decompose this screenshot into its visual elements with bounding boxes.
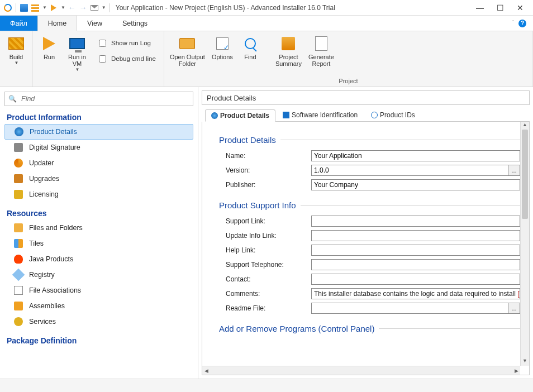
- tab-product-details[interactable]: Product Details: [205, 109, 275, 122]
- scroll-down-icon[interactable]: ▼: [521, 358, 529, 366]
- chevron-down-icon[interactable]: ▼: [102, 5, 106, 10]
- nav-java[interactable]: Java Products: [4, 251, 193, 267]
- quick-access-toolbar: ▼ ▼ ← → ▼: [3, 3, 111, 12]
- open-output-button[interactable]: Open Output Folder: [168, 34, 207, 68]
- find-input[interactable]: [20, 94, 189, 103]
- support-link-input[interactable]: [311, 216, 520, 227]
- options-label: Options: [212, 54, 233, 60]
- vm-icon: [68, 35, 86, 52]
- registry-icon: [13, 270, 23, 280]
- nav-assemblies[interactable]: Assemblies: [4, 298, 193, 314]
- chevron-down-icon[interactable]: ▼: [75, 67, 80, 72]
- checkbox[interactable]: [99, 55, 106, 63]
- show-run-log-checkbox[interactable]: Show run Log: [97, 37, 156, 49]
- scroll-right-icon[interactable]: ▶: [512, 366, 520, 375]
- nav-services[interactable]: Services: [4, 314, 193, 329]
- body: 🔍 Product Information Product Details Di…: [0, 87, 533, 379]
- summary-icon: [279, 35, 297, 52]
- summary-label: Project Summary: [275, 54, 302, 67]
- contact-input[interactable]: [311, 274, 520, 285]
- find-button[interactable]: Find: [237, 34, 263, 61]
- status-bar: [0, 379, 533, 392]
- nav-upgrades[interactable]: Upgrades: [4, 171, 193, 187]
- tab-software-id[interactable]: Software Identification: [277, 109, 364, 121]
- nav-digital-signature[interactable]: Digital Signature: [4, 140, 193, 155]
- summary-button[interactable]: Project Summary: [273, 34, 304, 68]
- ribbon-group-label: Project: [168, 78, 529, 85]
- checkbox[interactable]: [99, 40, 106, 47]
- form-area-wrap: Product Details Name: Version: … Publish…: [202, 122, 530, 375]
- report-button[interactable]: Generate Report: [306, 34, 336, 68]
- ribbon-collapse-icon[interactable]: ˆ: [512, 20, 514, 26]
- options-icon: [213, 35, 231, 52]
- menu-home[interactable]: Home: [37, 16, 77, 31]
- row-contact: Contact:: [219, 274, 520, 285]
- run-vm-button[interactable]: Run in VM ▼: [64, 34, 90, 73]
- folder-icon: [13, 223, 23, 233]
- chevron-down-icon[interactable]: ▼: [42, 5, 47, 10]
- version-browse-button[interactable]: …: [508, 165, 520, 176]
- row-telephone: Support Telephone:: [219, 259, 520, 270]
- row-version: Version: …: [219, 165, 520, 176]
- help-icon[interactable]: ?: [518, 20, 526, 27]
- signature-icon: [13, 142, 23, 152]
- publisher-input[interactable]: [311, 179, 520, 190]
- menu-file[interactable]: Файл: [0, 16, 37, 31]
- run-quick-icon[interactable]: [49, 3, 58, 12]
- nav-product-details[interactable]: Product Details: [4, 124, 193, 140]
- comments-label: Comments:: [219, 290, 311, 298]
- telephone-input[interactable]: [311, 259, 520, 270]
- nav-tiles[interactable]: Tiles: [4, 236, 193, 251]
- options-button[interactable]: Options: [210, 34, 235, 61]
- debug-cmd-checkbox[interactable]: Debug cmd line: [97, 52, 156, 65]
- id-icon: [371, 112, 378, 118]
- close-button[interactable]: ✕: [515, 3, 525, 12]
- mail-icon[interactable]: [90, 3, 99, 12]
- build-button[interactable]: Build ▼: [3, 34, 29, 66]
- vertical-scrollbar[interactable]: ▲ ▼: [520, 122, 529, 366]
- run-icon: [40, 35, 58, 52]
- nav-licensing[interactable]: Licensing: [4, 187, 193, 202]
- nav-registry[interactable]: Registry: [4, 267, 193, 283]
- horizontal-scrollbar[interactable]: ◀ ▶: [202, 366, 520, 375]
- scroll-up-icon[interactable]: ▲: [521, 122, 529, 130]
- ribbon: Build ▼ Run Run in VM ▼ Show run Log Deb…: [0, 31, 533, 87]
- save-icon[interactable]: [20, 3, 28, 12]
- help-link-input[interactable]: [311, 245, 520, 256]
- chevron-down-icon[interactable]: ▼: [15, 60, 19, 65]
- forward-icon[interactable]: →: [79, 3, 88, 12]
- help-link-label: Help Link:: [219, 246, 311, 254]
- tab-product-ids[interactable]: Product IDs: [365, 109, 421, 121]
- readme-input[interactable]: [311, 303, 508, 314]
- panel-header: Product Details: [202, 90, 530, 105]
- version-input[interactable]: [311, 165, 508, 176]
- run-button[interactable]: Run: [36, 34, 62, 61]
- report-label: Generate Report: [308, 54, 334, 67]
- menu-view[interactable]: View: [77, 16, 112, 31]
- readme-label: Readme File:: [219, 304, 311, 312]
- telephone-label: Support Telephone:: [219, 261, 311, 269]
- section-product-info: Product Information: [7, 113, 193, 122]
- scroll-thumb[interactable]: [522, 130, 528, 219]
- section-arp: Add or Remove Programs (Control Panel): [219, 324, 520, 333]
- menu-settings[interactable]: Settings: [112, 16, 158, 31]
- find-box[interactable]: 🔍: [4, 92, 193, 106]
- nav-updater[interactable]: Updater: [4, 155, 193, 171]
- product-details-icon: [14, 127, 24, 137]
- name-input[interactable]: [311, 150, 520, 161]
- section-resources: Resources: [7, 209, 193, 218]
- tiles-icon: [13, 238, 23, 248]
- maximize-button[interactable]: ☐: [495, 3, 505, 12]
- minimize-button[interactable]: —: [475, 3, 485, 12]
- nav-files-folders[interactable]: Files and Folders: [4, 220, 193, 236]
- readme-browse-button[interactable]: …: [508, 303, 520, 314]
- back-icon[interactable]: ←: [68, 3, 77, 12]
- update-link-input[interactable]: [311, 230, 520, 241]
- comments-input[interactable]: This installer database contains the log…: [311, 288, 520, 299]
- nav-file-assoc[interactable]: File Associations: [4, 283, 193, 298]
- scroll-left-icon[interactable]: ◀: [202, 366, 210, 375]
- chevron-down-icon[interactable]: ▼: [61, 5, 65, 10]
- build-label: Build: [9, 54, 23, 60]
- upgrades-icon: [13, 174, 23, 184]
- build-grid-icon[interactable]: [31, 3, 40, 12]
